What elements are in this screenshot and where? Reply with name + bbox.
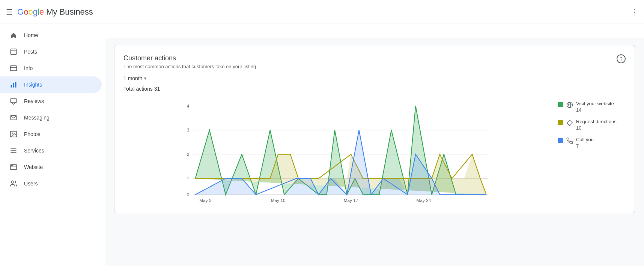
svg-rect-8	[11, 99, 17, 103]
sidebar-label-photos: Photos	[24, 131, 41, 137]
svg-text:2: 2	[187, 152, 190, 157]
svg-rect-0	[11, 49, 17, 55]
chart-svg: 4 3 2 1 0	[123, 98, 546, 203]
posts-icon	[9, 48, 18, 55]
svg-rect-6	[13, 83, 14, 88]
sidebar-label-messaging: Messaging	[24, 115, 50, 121]
sidebar-label-home: Home	[24, 32, 38, 38]
dropdown-arrow-icon: ▾	[144, 76, 146, 81]
svg-point-11	[12, 133, 13, 134]
svg-point-19	[11, 181, 14, 184]
home-icon	[9, 31, 18, 39]
svg-rect-37	[558, 102, 563, 107]
svg-text:May 3: May 3	[199, 198, 212, 203]
insights-icon	[9, 81, 18, 88]
sidebar-item-messaging[interactable]: Messaging	[0, 109, 102, 126]
users-icon	[9, 180, 18, 187]
sidebar-item-insights[interactable]: Insights	[0, 76, 102, 93]
total-actions-label: Total actions 31	[123, 86, 626, 92]
sidebar-item-home[interactable]: Home	[0, 27, 102, 43]
legend-color-directions	[558, 120, 563, 125]
legend-text-directions: Request directions 10	[576, 119, 617, 131]
sidebar-item-photos[interactable]: Photos	[0, 126, 102, 142]
svg-text:May 10: May 10	[271, 198, 286, 203]
sidebar-item-users[interactable]: Users	[0, 175, 102, 192]
svg-text:3: 3	[187, 127, 190, 133]
main-layout: Home Posts Info	[0, 24, 644, 266]
svg-text:1: 1	[187, 176, 190, 181]
sidebar-label-info: Info	[24, 65, 33, 71]
directions-legend-icon	[566, 120, 573, 126]
chart-area: 4 3 2 1 0	[123, 98, 546, 204]
svg-text:4: 4	[187, 103, 190, 109]
svg-rect-41	[558, 138, 563, 143]
svg-text:May 24: May 24	[417, 198, 431, 203]
svg-rect-5	[11, 85, 12, 88]
card-header: Customer actions The most common actions…	[123, 54, 626, 75]
sidebar-item-info[interactable]: Info	[0, 60, 102, 76]
sidebar-item-posts[interactable]: Posts	[0, 43, 102, 60]
more-options-icon[interactable]: ⋮	[630, 7, 638, 16]
help-icon[interactable]: ?	[617, 54, 626, 63]
info-icon	[9, 64, 18, 72]
legend-color-call	[558, 138, 563, 143]
call-legend-icon	[566, 137, 573, 144]
svg-rect-40	[558, 120, 563, 125]
legend-item-call: Call you 7	[558, 137, 626, 149]
photos-icon	[9, 130, 18, 138]
card-title-area: Customer actions The most common actions…	[123, 54, 256, 75]
legend-item-website: Visit your website 14	[558, 101, 626, 113]
sidebar: Home Posts Info	[0, 24, 105, 266]
sidebar-label-reviews: Reviews	[24, 98, 44, 104]
svg-rect-2	[11, 66, 17, 70]
svg-point-17	[11, 165, 12, 166]
period-selector[interactable]: 1 month ▾	[123, 75, 626, 81]
svg-rect-7	[15, 82, 16, 88]
sidebar-label-users: Users	[24, 181, 38, 187]
my-business-text: My Business	[46, 7, 93, 16]
sidebar-item-services[interactable]: Services	[0, 142, 102, 159]
sidebar-label-posts: Posts	[24, 49, 37, 55]
sidebar-item-reviews[interactable]: Reviews	[0, 93, 102, 109]
chart-legend: Visit your website 14 Request	[558, 98, 626, 149]
card-title: Customer actions	[123, 54, 256, 62]
period-label: 1 month	[123, 75, 143, 81]
header-left: ☰ Google My Business	[6, 7, 93, 17]
website-legend-icon	[566, 102, 573, 108]
sidebar-label-services: Services	[24, 148, 44, 154]
website-icon	[9, 163, 18, 171]
scroll-hint-bar	[105, 24, 644, 39]
google-logo: Google	[17, 7, 46, 16]
hamburger-icon[interactable]: ☰	[6, 7, 13, 16]
app-title: Google My Business	[17, 7, 93, 17]
svg-point-18	[12, 165, 12, 166]
services-icon	[9, 147, 18, 154]
legend-color-website	[558, 102, 563, 107]
svg-text:0: 0	[187, 192, 190, 197]
reviews-icon	[9, 97, 18, 105]
legend-text-website: Visit your website 14	[576, 101, 614, 113]
chart-container: 4 3 2 1 0	[123, 98, 626, 204]
app-header: ☰ Google My Business ⋮	[0, 0, 644, 24]
card-subtitle: The most common actions that customers t…	[123, 64, 256, 69]
svg-text:May 17: May 17	[344, 198, 358, 203]
customer-actions-card: Customer actions The most common actions…	[114, 45, 635, 213]
sidebar-label-insights: Insights	[24, 82, 42, 88]
main-content: Customer actions The most common actions…	[105, 24, 644, 266]
sidebar-label-website: Website	[24, 164, 43, 170]
legend-item-directions: Request directions 10	[558, 119, 626, 131]
sidebar-item-website[interactable]: Website	[0, 159, 102, 175]
legend-text-call: Call you 7	[576, 137, 594, 149]
messaging-icon	[9, 114, 18, 121]
